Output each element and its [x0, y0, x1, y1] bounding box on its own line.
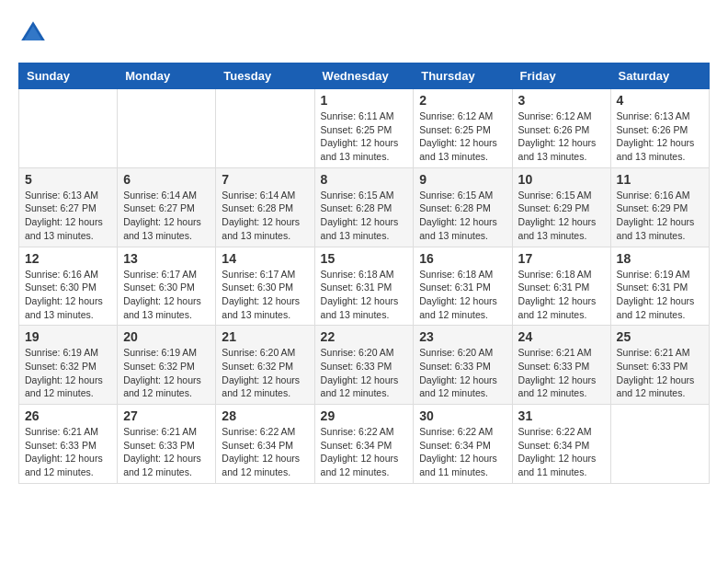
- calendar-cell: 5Sunrise: 6:13 AM Sunset: 6:27 PM Daylig…: [19, 167, 118, 247]
- day-info: Sunrise: 6:22 AM Sunset: 6:34 PM Dayligh…: [419, 425, 506, 479]
- day-info: Sunrise: 6:14 AM Sunset: 6:27 PM Dayligh…: [123, 189, 210, 243]
- calendar-cell: 30Sunrise: 6:22 AM Sunset: 6:34 PM Dayli…: [414, 405, 512, 484]
- day-info: Sunrise: 6:22 AM Sunset: 6:34 PM Dayligh…: [222, 425, 308, 479]
- calendar-cell: 4Sunrise: 6:13 AM Sunset: 6:26 PM Daylig…: [610, 89, 709, 168]
- day-info: Sunrise: 6:16 AM Sunset: 6:30 PM Dayligh…: [25, 268, 111, 322]
- calendar-table: SundayMondayTuesdayWednesdayThursdayFrid…: [18, 63, 710, 484]
- day-number: 14: [222, 251, 308, 266]
- day-number: 22: [321, 329, 408, 344]
- calendar-cell: 3Sunrise: 6:12 AM Sunset: 6:26 PM Daylig…: [512, 89, 610, 168]
- day-number: 21: [222, 329, 308, 344]
- day-number: 25: [617, 329, 703, 344]
- calendar-cell: 19Sunrise: 6:19 AM Sunset: 6:32 PM Dayli…: [19, 326, 118, 405]
- day-info: Sunrise: 6:21 AM Sunset: 6:33 PM Dayligh…: [25, 425, 111, 479]
- day-info: Sunrise: 6:15 AM Sunset: 6:28 PM Dayligh…: [419, 189, 506, 243]
- calendar-week-4: 19Sunrise: 6:19 AM Sunset: 6:32 PM Dayli…: [19, 326, 710, 405]
- calendar-cell: 11Sunrise: 6:16 AM Sunset: 6:29 PM Dayli…: [610, 167, 709, 247]
- calendar-cell: [610, 405, 709, 484]
- calendar-cell: 31Sunrise: 6:22 AM Sunset: 6:34 PM Dayli…: [512, 405, 610, 484]
- day-info: Sunrise: 6:18 AM Sunset: 6:31 PM Dayligh…: [518, 268, 605, 322]
- day-number: 4: [617, 93, 703, 108]
- calendar-cell: [216, 89, 314, 168]
- day-info: Sunrise: 6:22 AM Sunset: 6:34 PM Dayligh…: [518, 425, 605, 479]
- day-number: 27: [123, 408, 210, 423]
- day-number: 10: [518, 172, 605, 187]
- calendar-cell: 16Sunrise: 6:18 AM Sunset: 6:31 PM Dayli…: [414, 247, 512, 326]
- calendar-cell: 20Sunrise: 6:19 AM Sunset: 6:32 PM Dayli…: [118, 326, 216, 405]
- calendar-cell: 1Sunrise: 6:11 AM Sunset: 6:25 PM Daylig…: [314, 89, 414, 168]
- day-number: 18: [617, 251, 703, 266]
- calendar-cell: 29Sunrise: 6:22 AM Sunset: 6:34 PM Dayli…: [314, 405, 414, 484]
- calendar-cell: 18Sunrise: 6:19 AM Sunset: 6:31 PM Dayli…: [610, 247, 709, 326]
- day-info: Sunrise: 6:14 AM Sunset: 6:28 PM Dayligh…: [222, 189, 308, 243]
- calendar-cell: 26Sunrise: 6:21 AM Sunset: 6:33 PM Dayli…: [19, 405, 118, 484]
- calendar-cell: 28Sunrise: 6:22 AM Sunset: 6:34 PM Dayli…: [216, 405, 314, 484]
- calendar-cell: 12Sunrise: 6:16 AM Sunset: 6:30 PM Dayli…: [19, 247, 118, 326]
- day-info: Sunrise: 6:12 AM Sunset: 6:25 PM Dayligh…: [419, 109, 506, 164]
- day-info: Sunrise: 6:15 AM Sunset: 6:28 PM Dayligh…: [321, 189, 408, 243]
- calendar-week-3: 12Sunrise: 6:16 AM Sunset: 6:30 PM Dayli…: [19, 247, 710, 326]
- calendar-cell: 27Sunrise: 6:21 AM Sunset: 6:33 PM Dayli…: [118, 405, 216, 484]
- calendar-cell: 14Sunrise: 6:17 AM Sunset: 6:30 PM Dayli…: [216, 247, 314, 326]
- day-info: Sunrise: 6:13 AM Sunset: 6:27 PM Dayligh…: [25, 189, 111, 243]
- day-info: Sunrise: 6:19 AM Sunset: 6:32 PM Dayligh…: [25, 346, 111, 400]
- day-number: 20: [123, 329, 210, 344]
- day-number: 1: [321, 93, 408, 108]
- calendar-week-2: 5Sunrise: 6:13 AM Sunset: 6:27 PM Daylig…: [19, 167, 710, 247]
- day-number: 23: [419, 329, 506, 344]
- logo: [18, 18, 51, 48]
- day-number: 5: [25, 172, 111, 187]
- calendar-cell: 2Sunrise: 6:12 AM Sunset: 6:25 PM Daylig…: [414, 89, 512, 168]
- day-info: Sunrise: 6:11 AM Sunset: 6:25 PM Dayligh…: [321, 109, 408, 164]
- calendar-week-5: 26Sunrise: 6:21 AM Sunset: 6:33 PM Dayli…: [19, 405, 710, 484]
- day-number: 2: [419, 93, 506, 108]
- col-header-tuesday: Tuesday: [216, 63, 314, 89]
- calendar-cell: 8Sunrise: 6:15 AM Sunset: 6:28 PM Daylig…: [314, 167, 414, 247]
- col-header-thursday: Thursday: [414, 63, 512, 89]
- day-number: 7: [222, 172, 308, 187]
- day-info: Sunrise: 6:22 AM Sunset: 6:34 PM Dayligh…: [321, 425, 408, 479]
- day-info: Sunrise: 6:17 AM Sunset: 6:30 PM Dayligh…: [222, 268, 308, 322]
- day-number: 30: [419, 408, 506, 423]
- col-header-sunday: Sunday: [19, 63, 118, 89]
- day-info: Sunrise: 6:16 AM Sunset: 6:29 PM Dayligh…: [617, 189, 703, 243]
- day-number: 31: [518, 408, 605, 423]
- calendar-cell: 25Sunrise: 6:21 AM Sunset: 6:33 PM Dayli…: [610, 326, 709, 405]
- day-number: 13: [123, 251, 210, 266]
- day-info: Sunrise: 6:21 AM Sunset: 6:33 PM Dayligh…: [518, 346, 605, 400]
- calendar-cell: 17Sunrise: 6:18 AM Sunset: 6:31 PM Dayli…: [512, 247, 610, 326]
- day-info: Sunrise: 6:20 AM Sunset: 6:33 PM Dayligh…: [419, 346, 506, 400]
- calendar-cell: 15Sunrise: 6:18 AM Sunset: 6:31 PM Dayli…: [314, 247, 414, 326]
- calendar-cell: 24Sunrise: 6:21 AM Sunset: 6:33 PM Dayli…: [512, 326, 610, 405]
- day-info: Sunrise: 6:20 AM Sunset: 6:33 PM Dayligh…: [321, 346, 408, 400]
- day-number: 15: [321, 251, 408, 266]
- calendar-cell: 21Sunrise: 6:20 AM Sunset: 6:32 PM Dayli…: [216, 326, 314, 405]
- logo-icon: [18, 18, 48, 48]
- day-number: 9: [419, 172, 506, 187]
- calendar-cell: 6Sunrise: 6:14 AM Sunset: 6:27 PM Daylig…: [118, 167, 216, 247]
- day-number: 16: [419, 251, 506, 266]
- calendar-cell: 22Sunrise: 6:20 AM Sunset: 6:33 PM Dayli…: [314, 326, 414, 405]
- day-number: 19: [25, 329, 111, 344]
- calendar-cell: 10Sunrise: 6:15 AM Sunset: 6:29 PM Dayli…: [512, 167, 610, 247]
- day-info: Sunrise: 6:20 AM Sunset: 6:32 PM Dayligh…: [222, 346, 308, 400]
- day-info: Sunrise: 6:13 AM Sunset: 6:26 PM Dayligh…: [617, 109, 703, 164]
- day-number: 11: [617, 172, 703, 187]
- calendar-cell: [19, 89, 118, 168]
- day-number: 26: [25, 408, 111, 423]
- day-info: Sunrise: 6:19 AM Sunset: 6:32 PM Dayligh…: [123, 346, 210, 400]
- calendar-header-row: SundayMondayTuesdayWednesdayThursdayFrid…: [19, 63, 710, 89]
- col-header-friday: Friday: [512, 63, 610, 89]
- day-info: Sunrise: 6:21 AM Sunset: 6:33 PM Dayligh…: [617, 346, 703, 400]
- day-number: 17: [518, 251, 605, 266]
- col-header-wednesday: Wednesday: [314, 63, 414, 89]
- day-number: 24: [518, 329, 605, 344]
- day-info: Sunrise: 6:18 AM Sunset: 6:31 PM Dayligh…: [321, 268, 408, 322]
- col-header-saturday: Saturday: [610, 63, 709, 89]
- day-info: Sunrise: 6:21 AM Sunset: 6:33 PM Dayligh…: [123, 425, 210, 479]
- col-header-monday: Monday: [118, 63, 216, 89]
- page-header: [18, 18, 710, 48]
- day-info: Sunrise: 6:17 AM Sunset: 6:30 PM Dayligh…: [123, 268, 210, 322]
- day-info: Sunrise: 6:15 AM Sunset: 6:29 PM Dayligh…: [518, 189, 605, 243]
- calendar-week-1: 1Sunrise: 6:11 AM Sunset: 6:25 PM Daylig…: [19, 89, 710, 168]
